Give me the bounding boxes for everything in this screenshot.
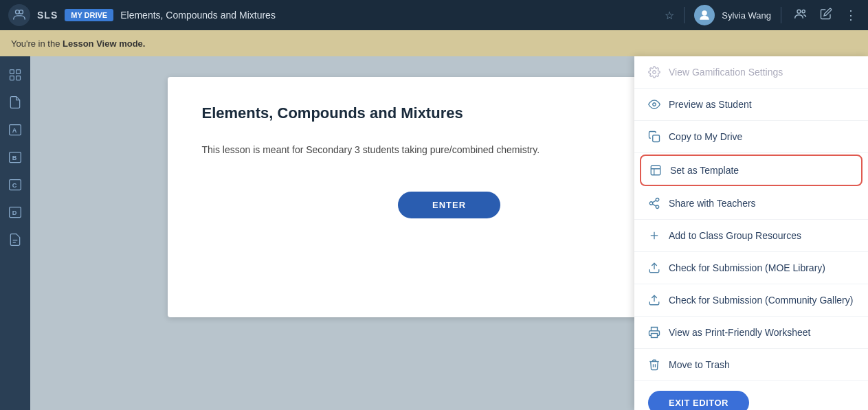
lesson-card-title: Elements, Compounds and Mixtures <box>202 104 697 122</box>
sidebar-item-b[interactable]: B <box>3 146 27 169</box>
menu-item-preview-student[interactable]: Preview as Student <box>634 89 868 121</box>
left-sidebar: A B C D <box>0 56 30 410</box>
topnav-right: Sylvia Wang ⋮ <box>681 4 860 27</box>
sidebar-item-d[interactable]: D <box>3 201 27 224</box>
enter-button[interactable]: ENTER <box>398 192 500 218</box>
menu-item-moe-label: Check for Submission (MOE Library) <box>669 262 825 273</box>
svg-text:B: B <box>12 155 17 161</box>
menu-item-check-community[interactable]: Check for Submission (Community Gallery) <box>634 284 868 317</box>
menu-item-copy-label: Copy to My Drive <box>669 131 742 142</box>
svg-point-26 <box>656 205 659 209</box>
svg-rect-6 <box>16 70 21 74</box>
menu-item-template-label: Set as Template <box>670 165 739 176</box>
menu-item-trash[interactable]: Move to Trash <box>634 349 868 381</box>
avatar <box>694 5 715 25</box>
svg-rect-7 <box>10 76 14 80</box>
svg-text:C: C <box>12 182 17 189</box>
dropdown-menu: View Gamification Settings Preview as St… <box>634 56 868 410</box>
sidebar-item-structure[interactable] <box>3 63 27 87</box>
svg-point-20 <box>653 71 656 74</box>
svg-point-25 <box>649 202 653 205</box>
svg-point-24 <box>656 198 659 202</box>
menu-item-trash-label: Move to Trash <box>669 359 730 370</box>
svg-point-2 <box>702 10 707 16</box>
menu-item-preview-label: Preview as Student <box>669 99 752 110</box>
edit-icon[interactable] <box>817 5 835 26</box>
app-logo <box>8 4 30 26</box>
svg-point-4 <box>802 10 805 12</box>
sidebar-item-c[interactable]: C <box>3 173 27 196</box>
svg-rect-23 <box>651 166 660 175</box>
svg-point-0 <box>16 10 20 14</box>
menu-item-add-class-group[interactable]: Add to Class Group Resources <box>634 220 868 252</box>
svg-point-21 <box>653 103 656 106</box>
sidebar-item-a[interactable]: A <box>3 118 27 141</box>
svg-point-1 <box>19 10 23 14</box>
svg-text:A: A <box>12 127 17 134</box>
svg-rect-8 <box>16 76 21 80</box>
lesson-mode-bar: You're in the Lesson View mode. <box>0 30 868 56</box>
svg-text:D: D <box>12 209 17 216</box>
svg-rect-33 <box>652 334 658 338</box>
lesson-mode-text: You're in the Lesson View mode. <box>11 38 145 49</box>
exit-editor-button[interactable]: EXIT EDITOR <box>648 391 749 410</box>
svg-point-3 <box>797 10 801 13</box>
svg-line-28 <box>652 201 656 203</box>
content-area: Elements, Compounds and Mixtures This le… <box>30 56 868 410</box>
svg-rect-5 <box>10 70 14 74</box>
svg-line-27 <box>652 204 656 206</box>
menu-item-set-template[interactable]: Set as Template <box>640 155 863 186</box>
menu-item-check-moe[interactable]: Check for Submission (MOE Library) <box>634 252 868 284</box>
menu-item-community-label: Check for Submission (Community Gallery) <box>669 295 853 306</box>
star-icon[interactable]: ☆ <box>665 9 674 22</box>
sidebar-item-notes[interactable] <box>3 228 27 251</box>
menu-item-add-label: Add to Class Group Resources <box>669 230 801 241</box>
menu-item-print[interactable]: View as Print-Friendly Worksheet <box>634 317 868 349</box>
menu-item-share-label: Share with Teachers <box>669 198 756 209</box>
menu-item-copy-drive[interactable]: Copy to My Drive <box>634 121 868 153</box>
mydrive-badge[interactable]: MY DRIVE <box>65 9 113 21</box>
divider2 <box>781 7 781 23</box>
menu-item-print-label: View as Print-Friendly Worksheet <box>669 327 810 338</box>
exit-editor-row: EXIT EDITOR <box>634 381 868 410</box>
sidebar-item-document[interactable] <box>3 91 27 114</box>
people-icon[interactable] <box>791 4 810 27</box>
divider <box>684 7 685 23</box>
lesson-title-header: Elements, Compounds and Mixtures <box>120 10 655 21</box>
menu-item-gamification[interactable]: View Gamification Settings <box>634 56 868 89</box>
topnav: SLS MY DRIVE Elements, Compounds and Mix… <box>0 0 868 30</box>
username: Sylvia Wang <box>722 10 771 21</box>
menu-item-share-teachers[interactable]: Share with Teachers <box>634 187 868 220</box>
svg-rect-22 <box>653 135 660 142</box>
menu-item-gamification-label: View Gamification Settings <box>669 67 783 78</box>
lesson-card-description: This lesson is meant for Secondary 3 stu… <box>202 143 697 157</box>
sls-label: SLS <box>37 10 58 21</box>
more-icon[interactable]: ⋮ <box>842 5 860 25</box>
main-layout: A B C D Elements, Compounds and Mixtures… <box>0 56 868 410</box>
